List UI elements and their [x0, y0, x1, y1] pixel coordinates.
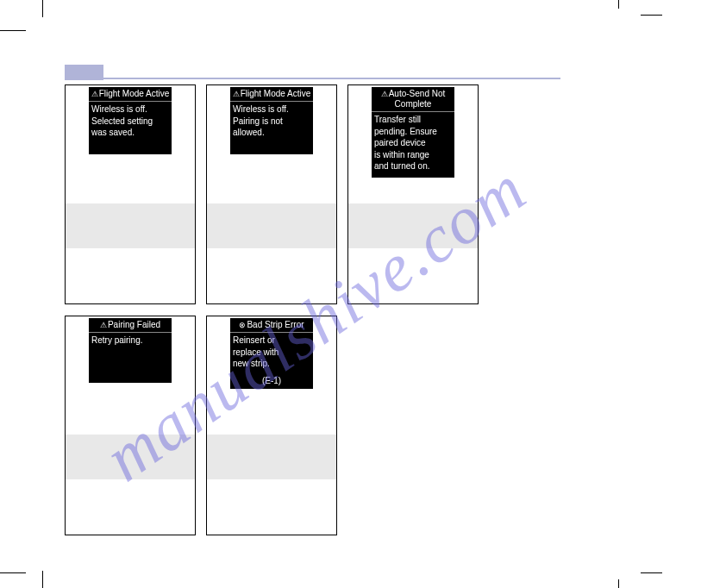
- card-gray-area: [207, 203, 336, 248]
- crop-mark: [42, 0, 43, 17]
- crop-mark: [641, 15, 662, 16]
- message-card: Pairing Failed Retry pairing.: [65, 316, 196, 535]
- screen-title: Flight Mode Active: [89, 87, 172, 99]
- card-gray-area: [66, 435, 195, 479]
- card-row-1: Flight Mode Active Wireless is off. Sele…: [65, 84, 479, 304]
- screen-divider: [372, 111, 454, 112]
- device-screen: Auto-Send Not Complete Transfer still pe…: [372, 87, 454, 178]
- screen-title: Flight Mode Active: [230, 87, 313, 99]
- card-gray-area: [348, 203, 478, 248]
- card-gray-area: [207, 435, 336, 479]
- screen-title: Pairing Failed: [89, 318, 172, 330]
- screen-title: Auto-Send Not Complete: [372, 87, 454, 109]
- message-card: Flight Mode Active Wireless is off. Pair…: [206, 84, 337, 304]
- device-screen: Flight Mode Active Wireless is off. Sele…: [89, 87, 172, 154]
- message-card: Flight Mode Active Wireless is off. Sele…: [65, 84, 196, 304]
- screen-body: Transfer still pending. Ensure paired de…: [372, 114, 454, 178]
- screen-divider: [89, 332, 172, 333]
- card-row-2: Pairing Failed Retry pairing. Bad Strip …: [65, 316, 337, 535]
- device-screen: Bad Strip Error Reinsert or replace with…: [230, 318, 313, 389]
- screen-divider: [89, 101, 172, 102]
- screen-body: Retry pairing.: [89, 335, 172, 352]
- device-screen: Flight Mode Active Wireless is off. Pair…: [230, 87, 313, 154]
- message-card: Auto-Send Not Complete Transfer still pe…: [347, 84, 479, 304]
- screen-body: Reinsert or replace with new strip.: [230, 335, 313, 375]
- crop-mark: [641, 572, 662, 573]
- screen-title: Bad Strip Error: [230, 318, 313, 330]
- crop-mark: [618, 579, 619, 588]
- card-gray-area: [66, 203, 195, 248]
- message-card: Bad Strip Error Reinsert or replace with…: [206, 316, 337, 535]
- screen-body: Wireless is off. Pairing is not allowed.: [230, 103, 313, 144]
- screen-error-code: (E-1): [230, 375, 313, 390]
- screen-divider: [230, 332, 313, 333]
- crop-mark: [0, 30, 26, 31]
- header-divider: [65, 78, 560, 79]
- device-screen: Pairing Failed Retry pairing.: [89, 318, 172, 383]
- screen-body: Wireless is off. Selected setting was sa…: [89, 103, 172, 144]
- screen-divider: [230, 101, 313, 102]
- crop-mark: [42, 571, 43, 588]
- crop-mark: [0, 572, 26, 573]
- crop-mark: [618, 0, 619, 9]
